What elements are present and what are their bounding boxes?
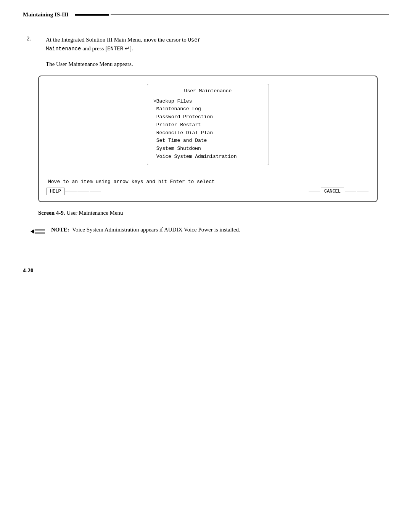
note-icon (31, 226, 46, 237)
fn-gap-6 (357, 191, 369, 191)
list-item: Voice System Administration (153, 153, 262, 161)
header-title: Maintaining IS-III (23, 11, 69, 18)
help-key[interactable]: HELP (47, 188, 64, 195)
fn-gap-5 (345, 191, 356, 191)
terminal-menu-box: User Maintenance >Backup Files Maintenan… (147, 84, 269, 165)
note-content: NOTE: Voice System Administration appear… (51, 225, 240, 234)
svg-marker-2 (31, 229, 34, 234)
note-section: NOTE: Voice System Administration appear… (31, 225, 385, 237)
header-line (111, 14, 389, 15)
terminal-menu-items: >Backup Files Maintenance Log Password P… (153, 98, 262, 161)
fn-gap-4 (309, 191, 320, 191)
terminal-screen-area: User Maintenance >Backup Files Maintenan… (47, 84, 369, 171)
content-area: 2. At the Integrated Solution III Main M… (23, 35, 389, 237)
list-item: Set Time and Date (153, 137, 262, 145)
note-text: Voice System Administration appears if A… (72, 227, 240, 233)
fn-gap-1 (65, 191, 77, 191)
header-line-accent (75, 14, 109, 16)
step-number: 2. (27, 35, 46, 53)
list-item: Password Protection (153, 113, 262, 121)
enter-key-label: ENTER (107, 46, 123, 52)
list-item: Maintenance Log (153, 105, 262, 113)
note-arrow-icon (31, 226, 46, 237)
list-item: Printer Restart (153, 121, 262, 129)
step-2: 2. At the Integrated Solution III Main M… (27, 35, 389, 53)
terminal-menu-title: User Maintenance (153, 88, 262, 94)
list-item: Reconcile Dial Plan (153, 129, 262, 137)
note-label: NOTE: (51, 227, 69, 233)
page-header: Maintaining IS-III (23, 11, 389, 20)
fn-gap-3 (90, 191, 101, 191)
cancel-key[interactable]: CANCEL (321, 188, 344, 195)
list-item: >Backup Files (153, 98, 262, 106)
screen-caption-text: User Maintenance Menu (65, 210, 123, 216)
screen-caption: Screen 4-9. User Maintenance Menu (38, 210, 378, 216)
page-number: 4-20 (23, 267, 389, 274)
step-code: UserMaintenance (46, 37, 201, 52)
terminal-screen: User Maintenance >Backup Files Maintenan… (38, 76, 378, 202)
list-item: System Shutdown (153, 145, 262, 153)
step-intro-text: At the Integrated Solution III Main Menu… (46, 37, 201, 51)
fn-gap-2 (77, 191, 89, 191)
follow-text: The User Maintenance Menu appears. (46, 60, 389, 69)
screen-caption-bold: Screen 4-9. (38, 210, 65, 216)
terminal-function-bar: HELP CANCEL (47, 188, 369, 195)
terminal-status-bar: Move to an item using arrow keys and hit… (47, 179, 369, 185)
step-text: At the Integrated Solution III Main Menu… (46, 35, 389, 53)
